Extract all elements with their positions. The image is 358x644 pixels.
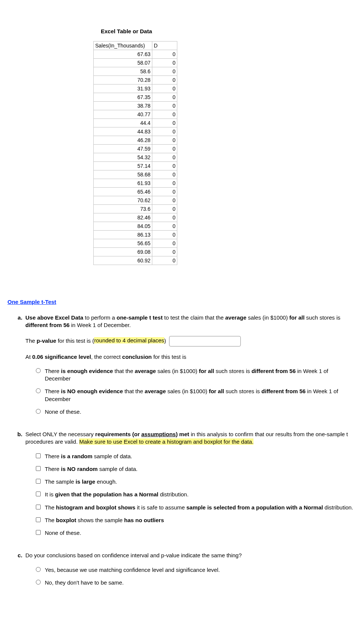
table-row: 70.280 [94,76,177,84]
checkbox-option[interactable]: The sample is large enough. [36,478,354,486]
cell-d: 0 [152,50,177,59]
cell-d: 0 [152,162,177,170]
checkbox-option[interactable]: It is given that the population has a No… [36,491,354,498]
text: sales (in $1000) [246,314,289,321]
radio-icon [36,368,41,373]
text: The [45,517,56,523]
checkbox-option[interactable]: None of these. [36,529,354,537]
radio-option[interactable]: No, they don't have to be same. [36,579,354,586]
cell-sales: 31.93 [94,84,152,93]
text: p-value [37,337,56,343]
cell-sales: 86.13 [94,231,152,239]
text: it is safe to assume [136,504,187,511]
text: sample is selected from a population wit… [186,504,323,511]
cell-sales: 57.14 [94,162,152,170]
text: has no outliers [124,517,164,523]
checkbox-option[interactable]: There is a random sample of data. [36,453,354,460]
cell-sales: 82.46 [94,213,152,222]
text: Yes, because we use matching confidence … [45,567,220,573]
cell-d: 0 [152,222,177,231]
text: At [25,354,32,360]
checkbox-option[interactable]: There is NO random sample of data. [36,465,354,473]
cell-sales: 67.63 [94,50,152,59]
text: is a random [61,453,92,459]
cell-sales: 61.93 [94,179,152,188]
highlight-text: rounded to 4 decimal places [94,337,164,343]
text: different from 56 [25,322,69,328]
cell-d: 0 [152,170,177,179]
cell-d: 0 [152,136,177,145]
cell-d: 0 [152,127,177,136]
text: There [45,388,61,394]
table-row: 84.050 [94,222,177,231]
cell-sales: 60.92 [94,256,152,265]
text: Select ONLY the necessary [25,431,95,437]
table-row: 60.920 [94,256,177,265]
text: histogram and boxplot shows [56,504,136,511]
section-heading-link[interactable]: One Sample t-Test [7,299,354,305]
table-row: 54.320 [94,153,177,162]
checkbox-option[interactable]: The boxplot shows the sample has no outl… [36,517,354,524]
checkbox-icon [36,517,41,522]
text: , the correct [91,354,122,360]
cell-d: 0 [152,188,177,196]
cell-sales: 40.77 [94,110,152,119]
table-row: 67.630 [94,50,177,59]
table-row: 67.350 [94,93,177,102]
text: The [45,504,56,511]
text: assumptions [141,431,176,437]
table-row: 44.40 [94,119,177,127]
text: boxplot [56,517,76,523]
text: shows the sample [76,517,124,523]
text: There [45,368,61,374]
table-row: 47.590 [94,145,177,153]
checkbox-option[interactable]: The histogram and boxplot shows it is sa… [36,504,354,511]
text: different from 56 [261,388,305,394]
text: distribution. [158,491,189,497]
cell-d: 0 [152,248,177,256]
question-c: Do your conclusions based on confidence … [24,552,354,586]
checkbox-icon [36,530,41,535]
text: sample of data. [98,466,138,472]
radio-option[interactable]: There is NO enough evidence that the ave… [36,388,354,403]
table-row: 57.140 [94,162,177,170]
text: 0.06 significance level [32,354,91,360]
cell-sales: 44.4 [94,119,152,127]
radio-icon [36,567,41,572]
text: that the [123,388,144,394]
cell-d: 0 [152,213,177,222]
text: sample of data. [93,453,133,459]
cell-d: 0 [152,179,177,188]
cell-sales: 46.28 [94,136,152,145]
cell-sales: 65.46 [94,188,152,196]
radio-option[interactable]: There is enough evidence that the averag… [36,367,354,383]
text: is large [76,478,96,485]
radio-option[interactable]: Yes, because we use matching confidence … [36,566,354,574]
text: None of these. [45,530,81,536]
table-row: 56.650 [94,239,177,248]
text: The [25,337,37,343]
text: is enough evidence [61,368,113,374]
table-row: 58.60 [94,67,177,76]
text: is NO enough evidence [61,388,123,394]
checkbox-icon [36,453,41,458]
text: There [45,466,61,472]
table-row: 38.780 [94,102,177,110]
text: one-sample t test [116,314,162,321]
question-a: Use above Excel Data to perform a one-sa… [24,314,354,416]
text: average [225,314,246,321]
cell-sales: 58.07 [94,59,152,67]
radio-option[interactable]: None of these. [36,408,354,416]
text: for this test is ( [56,337,94,343]
table-row: 31.930 [94,84,177,93]
checkbox-icon [36,505,41,509]
col-header-d: D [152,41,177,50]
table-row: 58.680 [94,170,177,179]
text: conclusion [122,354,152,360]
cell-d: 0 [152,102,177,110]
cell-sales: 84.05 [94,222,152,231]
text: average [145,388,166,394]
highlight-text: Make sure to use Excel to create a histo… [79,438,253,445]
pvalue-input[interactable] [169,336,241,346]
radio-icon [36,580,41,585]
